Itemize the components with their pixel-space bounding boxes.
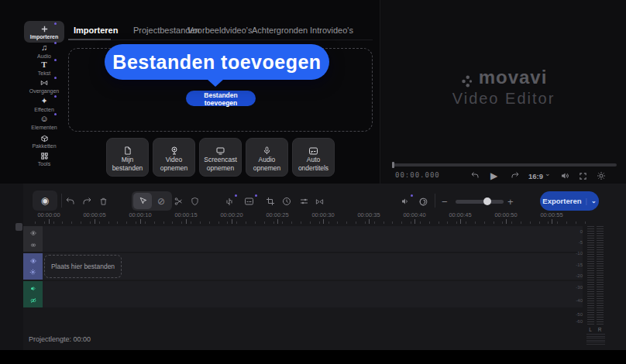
sidebar-item-overgangen[interactable]: Overgangen bbox=[24, 77, 64, 94]
export-divider: | bbox=[586, 197, 587, 205]
delete-icon[interactable] bbox=[99, 191, 108, 211]
sidebar-item-elementen[interactable]: ☺ Elementen bbox=[24, 114, 64, 130]
sidebar-item-audio[interactable]: ♫ Audio bbox=[24, 43, 64, 59]
link-icon[interactable] bbox=[29, 241, 37, 249]
marker-icon[interactable] bbox=[191, 191, 199, 211]
ruler-label: 00:00:00 bbox=[26, 211, 72, 218]
fullscreen-icon[interactable] bbox=[579, 170, 587, 180]
ruler-tick bbox=[232, 219, 232, 224]
undo-icon[interactable] bbox=[65, 191, 75, 211]
tab-divider bbox=[68, 39, 373, 40]
zoom-out-icon[interactable]: − bbox=[442, 191, 448, 211]
brand-logo: movavi bbox=[380, 67, 626, 91]
meter-scale-label: -40 bbox=[566, 298, 583, 303]
transition-tool-icon[interactable] bbox=[315, 191, 325, 211]
seek-bar[interactable] bbox=[392, 163, 617, 167]
ruler-tick bbox=[369, 219, 370, 224]
meter-channel-label: L bbox=[586, 327, 594, 332]
record-screencast-button[interactable]: Screencastopnemen bbox=[199, 138, 242, 177]
link-broken-icon[interactable] bbox=[29, 296, 37, 304]
eye-icon[interactable] bbox=[29, 256, 37, 265]
tools-icon bbox=[24, 150, 64, 160]
ruler-tick bbox=[95, 219, 95, 224]
audio-track-row[interactable] bbox=[43, 281, 583, 307]
adjustments-icon[interactable] bbox=[299, 191, 309, 211]
next-frame-icon[interactable] bbox=[511, 170, 520, 180]
aspect-ratio-selector[interactable]: 16:9 bbox=[528, 172, 543, 180]
previous-frame-icon[interactable] bbox=[470, 170, 480, 180]
tab-introvideos[interactable]: Introvideo's bbox=[310, 26, 353, 35]
audio-meter-right bbox=[597, 226, 604, 325]
meter-scale-label: -50 bbox=[566, 312, 583, 317]
sidebar-item-tools[interactable]: Tools bbox=[24, 150, 64, 167]
record-audio-button[interactable]: Audioopnemen bbox=[246, 138, 288, 177]
chevron-down-icon[interactable]: ⌄ bbox=[545, 170, 551, 177]
ruler-tick bbox=[506, 219, 507, 224]
ruler-label: 00:00:05 bbox=[71, 211, 118, 218]
track-panel-handle[interactable] bbox=[15, 223, 22, 231]
audio-edit-icon[interactable] bbox=[225, 191, 234, 211]
ruler-label: 00:00:30 bbox=[300, 211, 346, 218]
tab-importeren[interactable]: Importeren bbox=[74, 26, 118, 35]
volume-icon[interactable] bbox=[560, 170, 569, 180]
add-files-button[interactable]: Bestanden toevoegen bbox=[186, 91, 256, 106]
timeline-zoom-slider[interactable] bbox=[456, 200, 504, 204]
record-icon[interactable]: ◉ bbox=[41, 195, 49, 206]
tab-voorbeeldvideos[interactable]: Voorbeeldvideo's bbox=[187, 26, 252, 35]
transitions-icon bbox=[24, 77, 64, 88]
zoom-in-icon[interactable]: + bbox=[507, 191, 514, 211]
ruler-label: 00:00:50 bbox=[483, 211, 529, 218]
meter-footer-ticks bbox=[586, 334, 605, 345]
track-drop-placeholder[interactable]: Plaats hier bestanden bbox=[44, 255, 122, 278]
my-files-button[interactable]: Mijnbestanden bbox=[106, 138, 149, 177]
speed-icon[interactable] bbox=[282, 191, 291, 211]
button-label-line2: bestanden bbox=[112, 164, 143, 172]
button-label-line1: Mijn bbox=[122, 156, 134, 163]
speaker-icon[interactable] bbox=[29, 284, 37, 293]
brand-subtitle: Video Editor bbox=[380, 90, 626, 108]
redo-icon[interactable] bbox=[82, 191, 92, 211]
sidebar-item-pakketten[interactable]: Pakketten bbox=[24, 132, 64, 149]
sidebar-item-importeren[interactable]: Importeren bbox=[24, 21, 64, 43]
noise-removal-icon[interactable] bbox=[418, 191, 428, 211]
feature-badge-dot bbox=[235, 194, 237, 197]
tab-achtergronden[interactable]: Achtergronden bbox=[252, 26, 308, 35]
meter-scale-label: -60 bbox=[566, 319, 583, 324]
select-tool-icon[interactable] bbox=[133, 193, 152, 209]
crop-icon[interactable] bbox=[266, 191, 275, 211]
meter-scale-label: -5 bbox=[566, 240, 583, 245]
timeline-ruler[interactable] bbox=[35, 220, 586, 224]
record-chip[interactable]: ◉ bbox=[33, 191, 57, 211]
sidebar-item-label: Elementen bbox=[24, 125, 64, 130]
eye-icon[interactable] bbox=[29, 229, 37, 238]
toolbar-divider bbox=[435, 194, 435, 208]
microphone-icon bbox=[263, 143, 271, 154]
feature-badge-dot bbox=[255, 194, 257, 197]
chevron-down-icon: ⌄ bbox=[591, 197, 597, 204]
active-tab-underline bbox=[68, 39, 111, 40]
mute-tracks-icon[interactable] bbox=[400, 191, 410, 211]
badge-dot bbox=[54, 95, 57, 98]
auto-subtitles-button[interactable]: Autoondertitels bbox=[292, 138, 335, 177]
button-label-line2: opnemen bbox=[207, 164, 234, 172]
slip-tool-icon[interactable]: ⊘ bbox=[153, 193, 170, 209]
seek-handle[interactable] bbox=[392, 162, 394, 168]
main-track-row[interactable] bbox=[43, 253, 583, 280]
video-track-row[interactable] bbox=[43, 226, 583, 252]
split-icon[interactable] bbox=[174, 191, 184, 211]
record-video-button[interactable]: Videoopnemen bbox=[153, 138, 195, 177]
export-button[interactable]: Exporteren | ⌄ bbox=[540, 191, 599, 211]
sidebar-item-tekst[interactable]: T Tekst bbox=[24, 60, 64, 76]
timeline-gutter bbox=[0, 184, 23, 350]
zoom-slider-knob[interactable] bbox=[483, 197, 491, 205]
sidebar-item-effecten[interactable]: ✦ Effecten bbox=[24, 96, 64, 112]
music-note-icon: ♫ bbox=[24, 43, 64, 53]
play-icon[interactable]: ▶ bbox=[490, 170, 497, 181]
drop-placeholder-label: Plaats hier bestanden bbox=[51, 263, 115, 270]
linked-tracks-icon[interactable] bbox=[29, 268, 36, 276]
captions-icon[interactable] bbox=[244, 191, 254, 211]
gear-icon[interactable] bbox=[597, 170, 606, 180]
export-label: Exporteren bbox=[542, 197, 581, 205]
sidebar-item-label: Effecten bbox=[24, 107, 64, 112]
meter-scale-label: 0 bbox=[566, 229, 583, 234]
